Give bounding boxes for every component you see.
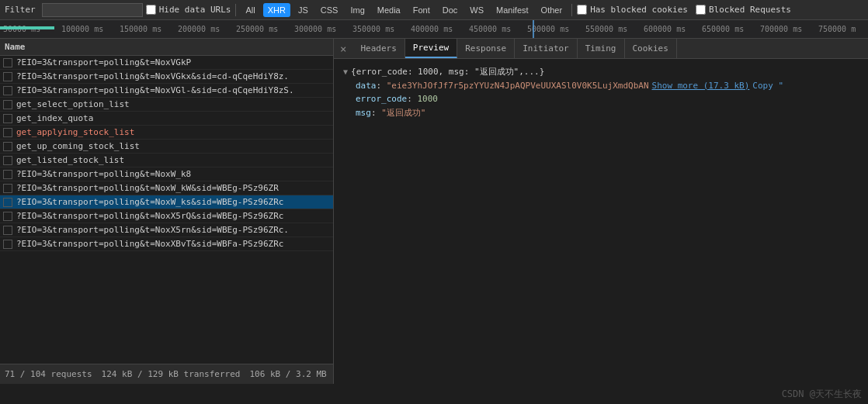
list-item[interactable]: ?EIO=3&transport=polling&t=NoxVGl-&sid=c… <box>0 84 333 98</box>
item-name: get_applying_stock_list <box>16 127 134 137</box>
close-button[interactable]: × <box>334 43 352 55</box>
item-name: ?EIO=3&transport=polling&t=NoxX5rQ&sid=W… <box>16 211 283 221</box>
filter-btn-img[interactable]: Img <box>345 3 369 17</box>
filter-btn-css[interactable]: CSS <box>316 3 343 17</box>
list-item[interactable]: ?EIO=3&transport=polling&t=NoxXBvT&sid=W… <box>0 237 333 251</box>
item-name: ?EIO=3&transport=polling&t=NoxVGl-&sid=c… <box>16 85 294 95</box>
tab-preview-label: Preview <box>413 43 449 53</box>
item-icon <box>3 114 12 123</box>
list-item[interactable]: ?EIO=3&transport=polling&t=NoxW_kW&sid=W… <box>0 181 333 195</box>
tick-4: 200000 ms <box>175 25 233 33</box>
list-item[interactable]: ?EIO=3&transport=polling&t=NoxX5rn&sid=W… <box>0 223 333 237</box>
preview-root-line: ▼ {error_code: 1000, msg: "返回成功",...} <box>343 65 859 79</box>
has-blocked-cookies-checkbox[interactable] <box>577 5 587 15</box>
tick-2: 100000 ms <box>58 25 116 33</box>
hide-data-urls-checkbox[interactable] <box>146 5 156 15</box>
list-item[interactable]: get_listed_stock_list <box>0 154 333 167</box>
request-list: Name ?EIO=3&transport=polling&t=NoxVGkP … <box>0 39 334 384</box>
timeline-green-bar <box>0 26 54 29</box>
colon-3: : <box>371 106 381 120</box>
item-icon <box>3 198 12 207</box>
filter-input[interactable] <box>42 3 143 17</box>
item-name: get_up_coming_stock_list <box>16 141 140 151</box>
item-name: ?EIO=3&transport=polling&t=NoxW_kW&sid=W… <box>16 183 279 193</box>
preview-error-code-line: error_code : 1000 <box>343 92 859 106</box>
blocked-requests-checkbox[interactable] <box>696 5 706 15</box>
filter-label: Filter <box>5 5 36 15</box>
tab-initiator-label: Initiator <box>523 43 569 54</box>
list-item-error[interactable]: get_applying_stock_list <box>0 126 333 140</box>
list-item[interactable]: ?EIO=3&transport=polling&t=NoxVGkP <box>0 56 333 70</box>
tab-response-label: Response <box>465 43 506 54</box>
tab-initiator[interactable]: Initiator <box>515 39 578 58</box>
tick-13: 650000 ms <box>699 25 757 33</box>
msg-key: msg <box>356 106 371 120</box>
list-item[interactable]: get_select_option_list <box>0 98 333 112</box>
filter-divider <box>235 4 236 16</box>
filter-btn-other[interactable]: Other <box>536 3 568 17</box>
list-item[interactable]: ?EIO=3&transport=polling&t=NoxW_k8 <box>0 167 333 181</box>
item-name: ?EIO=3&transport=polling&t=NoxW_ks&sid=W… <box>16 197 283 207</box>
item-name: ?EIO=3&transport=polling&t=NoxX5rn&sid=W… <box>16 225 289 235</box>
item-icon <box>3 142 12 151</box>
tick-6: 300000 ms <box>291 25 349 33</box>
transferred-size: 124 kB / 129 kB transferred <box>102 369 241 379</box>
colon-2: : <box>407 92 417 106</box>
tab-preview[interactable]: Preview <box>405 39 457 58</box>
item-name: get_index_quota <box>16 113 93 123</box>
has-blocked-cookies-label: Has blocked cookies <box>590 5 688 15</box>
filter-btn-ws[interactable]: WS <box>465 3 488 17</box>
list-item[interactable]: get_up_coming_stock_list <box>0 140 333 154</box>
tick-11: 550000 ms <box>582 25 641 33</box>
filter-btn-xhr[interactable]: XHR <box>263 3 290 17</box>
timeline-labels: 50000 ms 100000 ms 150000 ms 200000 ms 2… <box>0 20 868 38</box>
request-items: ?EIO=3&transport=polling&t=NoxVGkP ?EIO=… <box>0 56 333 384</box>
tab-timing-label: Timing <box>585 43 616 54</box>
blocked-requests-label: Blocked Requests <box>709 5 791 15</box>
tab-cookies[interactable]: Cookies <box>625 39 677 58</box>
item-icon <box>3 86 12 95</box>
right-panel: × Headers Preview Response Initiator Tim… <box>334 39 868 384</box>
filter-btn-doc[interactable]: Doc <box>438 3 463 17</box>
tick-14: 700000 ms <box>757 25 815 33</box>
resources-size: 106 kB / 3.2 MB <box>249 369 326 379</box>
expand-arrow[interactable]: ▼ <box>343 66 348 78</box>
tab-headers[interactable]: Headers <box>352 39 404 58</box>
list-item[interactable]: ?EIO=3&transport=polling&t=NoxX5rQ&sid=W… <box>0 209 333 223</box>
tab-response[interactable]: Response <box>457 39 515 58</box>
show-more-button[interactable]: Show more (17.3 kB) <box>652 79 750 93</box>
tab-timing[interactable]: Timing <box>578 39 625 58</box>
filter-btn-manifest[interactable]: Manifest <box>491 3 533 17</box>
filter-bar: Filter Hide data URLs All XHR JS CSS Img… <box>0 0 868 20</box>
list-item[interactable]: ?EIO=3&transport=polling&t=NoxVGkx&sid=c… <box>0 70 333 84</box>
filter-btn-js[interactable]: JS <box>293 3 313 17</box>
list-item[interactable]: get_index_quota <box>0 112 333 126</box>
copy-button[interactable]: Copy " <box>752 79 783 93</box>
filter-btn-media[interactable]: Media <box>373 3 405 17</box>
data-key: data <box>356 79 377 93</box>
error-code-key: error_code <box>356 92 407 106</box>
tabs-bar: × Headers Preview Response Initiator Tim… <box>334 39 868 59</box>
filter-divider-2 <box>571 4 572 16</box>
item-icon <box>3 100 12 109</box>
list-item-selected[interactable]: ?EIO=3&transport=polling&t=NoxW_ks&sid=W… <box>0 195 333 209</box>
name-column-header: Name <box>5 42 26 52</box>
item-icon <box>3 128 12 137</box>
item-name: ?EIO=3&transport=polling&t=NoxVGkP <box>16 57 191 67</box>
item-icon <box>3 184 12 193</box>
error-code-value: 1000 <box>417 92 438 106</box>
tick-8: 400000 ms <box>408 25 466 33</box>
preview-content: ▼ {error_code: 1000, msg: "返回成功",...} da… <box>334 59 868 384</box>
tick-12: 600000 ms <box>641 25 699 33</box>
timeline-highlight-line <box>533 20 534 38</box>
watermark: CSDN @天不生长夜 <box>782 388 862 401</box>
hide-data-urls-label: Hide data URLs <box>159 5 231 15</box>
filter-btn-font[interactable]: Font <box>408 3 435 17</box>
status-bar: 71 / 104 requests 124 kB / 129 kB transf… <box>0 364 334 384</box>
requests-count: 71 / 104 requests <box>5 369 92 379</box>
item-icon <box>3 226 12 235</box>
item-name: ?EIO=3&transport=polling&t=NoxVGkx&sid=c… <box>16 71 289 81</box>
preview-msg-line: msg : "返回成功" <box>343 106 859 120</box>
filter-btn-all[interactable]: All <box>241 3 259 17</box>
item-icon <box>3 72 12 81</box>
